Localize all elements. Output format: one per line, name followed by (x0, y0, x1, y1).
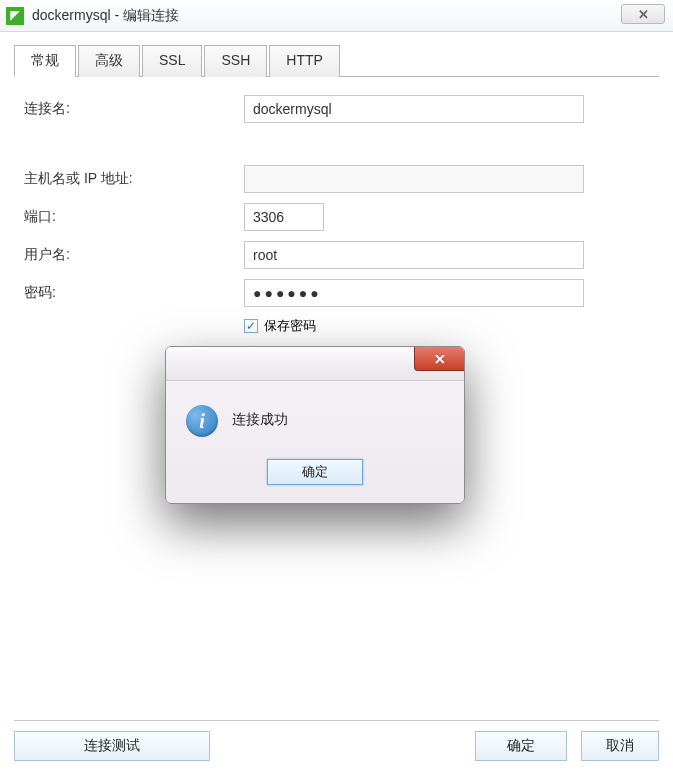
connection-name-label: 连接名: (24, 100, 244, 118)
test-connection-button[interactable]: 连接测试 (14, 731, 210, 761)
titlebar: dockermysql - 编辑连接 ✕ (0, 0, 673, 32)
window-title: dockermysql - 编辑连接 (32, 7, 179, 25)
password-input[interactable]: ●●●●●● (244, 279, 584, 307)
ok-button[interactable]: 确定 (475, 731, 567, 761)
tab-ssl[interactable]: SSL (142, 45, 202, 77)
dialog-titlebar[interactable]: ✕ (166, 347, 464, 381)
tab-advanced[interactable]: 高级 (78, 45, 140, 77)
tab-bar: 常规 高级 SSL SSH HTTP (14, 44, 659, 77)
close-icon: ✕ (638, 7, 649, 22)
dialog-close-button[interactable]: ✕ (414, 347, 464, 371)
username-label: 用户名: (24, 246, 244, 264)
tab-ssh[interactable]: SSH (204, 45, 267, 77)
cancel-button[interactable]: 取消 (581, 731, 659, 761)
password-label: 密码: (24, 284, 244, 302)
window-close-button[interactable]: ✕ (621, 4, 665, 24)
save-password-label: 保存密码 (264, 317, 316, 335)
bottom-bar: 连接测试 确定 取消 (14, 720, 659, 761)
tab-http[interactable]: HTTP (269, 45, 340, 77)
tab-general[interactable]: 常规 (14, 45, 76, 77)
info-icon: i (186, 405, 218, 437)
host-input[interactable] (244, 165, 584, 193)
save-password-checkbox[interactable]: ✓ (244, 319, 258, 333)
username-input[interactable] (244, 241, 584, 269)
dialog-ok-button[interactable]: 确定 (267, 459, 363, 485)
close-icon: ✕ (434, 351, 446, 367)
host-label: 主机名或 IP 地址: (24, 170, 244, 188)
dialog-message: 连接成功 (232, 405, 288, 429)
app-icon (6, 7, 24, 25)
message-dialog: ✕ i 连接成功 确定 (165, 346, 465, 504)
port-label: 端口: (24, 208, 244, 226)
port-input[interactable] (244, 203, 324, 231)
connection-name-input[interactable] (244, 95, 584, 123)
check-icon: ✓ (246, 320, 256, 332)
